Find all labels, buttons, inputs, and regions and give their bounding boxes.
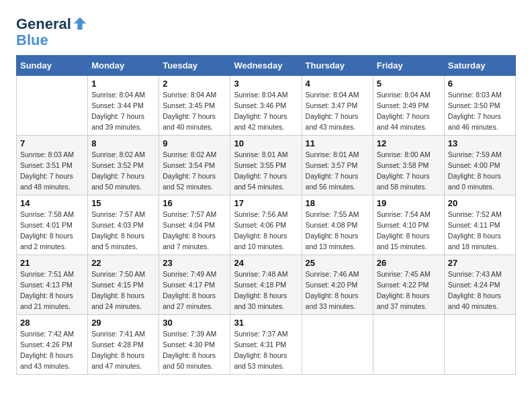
day-info: Sunrise: 7:57 AMSunset: 4:03 PMDaylight:… [91, 210, 155, 252]
day-number: 15 [91, 198, 155, 208]
day-number: 28 [20, 318, 84, 328]
day-number: 29 [91, 318, 155, 328]
day-info: Sunrise: 7:43 AMSunset: 4:24 PMDaylight:… [448, 269, 512, 312]
calendar-cell: 26Sunrise: 7:45 AMSunset: 4:22 PMDayligh… [373, 255, 444, 315]
day-info: Sunrise: 8:01 AMSunset: 3:55 PMDaylight:… [234, 150, 298, 192]
day-info: Sunrise: 8:03 AMSunset: 3:51 PMDaylight:… [20, 150, 84, 192]
day-info: Sunrise: 7:49 AMSunset: 4:17 PMDaylight:… [163, 269, 226, 312]
day-number: 21 [20, 258, 84, 268]
calendar-cell: 10Sunrise: 8:01 AMSunset: 3:55 PMDayligh… [230, 136, 302, 195]
calendar-cell: 2Sunrise: 8:04 AMSunset: 3:45 PMDaylight… [159, 76, 230, 136]
day-info: Sunrise: 7:59 AMSunset: 4:00 PMDaylight:… [448, 150, 512, 192]
calendar-cell: 7Sunrise: 8:03 AMSunset: 3:51 PMDaylight… [17, 136, 88, 195]
calendar-cell: 11Sunrise: 8:01 AMSunset: 3:57 PMDayligh… [302, 136, 373, 195]
logo-text-general: General [16, 16, 71, 32]
day-number: 26 [377, 258, 441, 268]
day-info: Sunrise: 7:54 AMSunset: 4:10 PMDaylight:… [377, 210, 441, 252]
day-number: 4 [306, 79, 369, 89]
calendar-cell: 23Sunrise: 7:49 AMSunset: 4:17 PMDayligh… [159, 255, 230, 315]
day-info: Sunrise: 7:57 AMSunset: 4:04 PMDaylight:… [163, 210, 226, 252]
day-number: 8 [91, 138, 155, 148]
day-number: 25 [306, 258, 369, 268]
calendar-table: SundayMondayTuesdayWednesdayThursdayFrid… [16, 55, 516, 375]
day-number: 22 [91, 258, 155, 268]
calendar-cell: 27Sunrise: 7:43 AMSunset: 4:24 PMDayligh… [444, 255, 515, 315]
calendar-cell [17, 76, 88, 136]
calendar-cell: 30Sunrise: 7:39 AMSunset: 4:30 PMDayligh… [159, 315, 230, 375]
calendar-cell: 8Sunrise: 8:02 AMSunset: 3:52 PMDaylight… [88, 136, 159, 195]
calendar-cell: 18Sunrise: 7:55 AMSunset: 4:08 PMDayligh… [302, 195, 373, 255]
calendar-cell: 13Sunrise: 7:59 AMSunset: 4:00 PMDayligh… [444, 136, 515, 195]
calendar-cell [373, 315, 444, 375]
calendar-cell: 21Sunrise: 7:51 AMSunset: 4:13 PMDayligh… [17, 255, 88, 315]
day-info: Sunrise: 8:04 AMSunset: 3:46 PMDaylight:… [234, 90, 298, 132]
day-number: 24 [234, 258, 298, 268]
day-info: Sunrise: 8:04 AMSunset: 3:44 PMDaylight:… [91, 90, 155, 132]
calendar-cell: 1Sunrise: 8:04 AMSunset: 3:44 PMDaylight… [88, 76, 159, 136]
calendar-week-2: 7Sunrise: 8:03 AMSunset: 3:51 PMDaylight… [17, 136, 516, 195]
logo-icon [73, 16, 87, 31]
calendar-week-1: 1Sunrise: 8:04 AMSunset: 3:44 PMDaylight… [17, 76, 516, 136]
page-container: General Blue SundayMondayTuesdayWednesda… [16, 13, 516, 375]
day-number: 10 [234, 138, 298, 148]
day-number: 27 [448, 258, 512, 268]
calendar-header-sunday: Sunday [17, 56, 88, 76]
calendar-week-5: 28Sunrise: 7:42 AMSunset: 4:26 PMDayligh… [17, 315, 516, 375]
calendar-header-friday: Friday [373, 56, 444, 76]
calendar-cell: 3Sunrise: 8:04 AMSunset: 3:46 PMDaylight… [230, 76, 302, 136]
calendar-cell: 14Sunrise: 7:58 AMSunset: 4:01 PMDayligh… [17, 195, 88, 255]
day-info: Sunrise: 7:42 AMSunset: 4:26 PMDaylight:… [20, 329, 84, 371]
calendar-cell: 17Sunrise: 7:56 AMSunset: 4:06 PMDayligh… [230, 195, 302, 255]
day-info: Sunrise: 8:02 AMSunset: 3:54 PMDaylight:… [163, 150, 226, 192]
day-number: 19 [377, 198, 441, 208]
calendar-cell: 24Sunrise: 7:48 AMSunset: 4:18 PMDayligh… [230, 255, 302, 315]
calendar-week-3: 14Sunrise: 7:58 AMSunset: 4:01 PMDayligh… [17, 195, 516, 255]
day-number: 6 [448, 79, 512, 89]
logo-text-blue: Blue [16, 32, 87, 48]
calendar-header-thursday: Thursday [302, 56, 373, 76]
day-number: 12 [377, 138, 441, 148]
calendar-cell: 12Sunrise: 8:00 AMSunset: 3:58 PMDayligh… [373, 136, 444, 195]
day-info: Sunrise: 7:41 AMSunset: 4:28 PMDaylight:… [91, 329, 155, 371]
day-number: 3 [234, 79, 298, 89]
calendar-header-monday: Monday [88, 56, 159, 76]
day-number: 20 [448, 198, 512, 208]
day-info: Sunrise: 8:00 AMSunset: 3:58 PMDaylight:… [377, 150, 441, 192]
day-number: 11 [306, 138, 369, 148]
day-info: Sunrise: 7:45 AMSunset: 4:22 PMDaylight:… [377, 269, 441, 312]
day-number: 2 [163, 79, 226, 89]
day-number: 14 [20, 198, 84, 208]
calendar-header-saturday: Saturday [444, 56, 515, 76]
day-info: Sunrise: 8:01 AMSunset: 3:57 PMDaylight:… [306, 150, 369, 192]
calendar-cell: 16Sunrise: 7:57 AMSunset: 4:04 PMDayligh… [159, 195, 230, 255]
calendar-cell: 25Sunrise: 7:46 AMSunset: 4:20 PMDayligh… [302, 255, 373, 315]
calendar-cell: 6Sunrise: 8:03 AMSunset: 3:50 PMDaylight… [444, 76, 515, 136]
day-info: Sunrise: 7:39 AMSunset: 4:30 PMDaylight:… [163, 329, 226, 371]
day-info: Sunrise: 7:58 AMSunset: 4:01 PMDaylight:… [20, 210, 84, 252]
calendar-cell: 29Sunrise: 7:41 AMSunset: 4:28 PMDayligh… [88, 315, 159, 375]
calendar-header-row: SundayMondayTuesdayWednesdayThursdayFrid… [17, 56, 516, 76]
calendar-week-4: 21Sunrise: 7:51 AMSunset: 4:13 PMDayligh… [17, 255, 516, 315]
day-info: Sunrise: 8:04 AMSunset: 3:49 PMDaylight:… [377, 90, 441, 132]
day-info: Sunrise: 7:50 AMSunset: 4:15 PMDaylight:… [91, 269, 155, 312]
day-info: Sunrise: 7:46 AMSunset: 4:20 PMDaylight:… [306, 269, 369, 312]
day-number: 31 [234, 318, 298, 328]
calendar-header-wednesday: Wednesday [230, 56, 302, 76]
day-number: 30 [163, 318, 226, 328]
day-number: 18 [306, 198, 369, 208]
day-number: 7 [20, 138, 84, 148]
day-number: 23 [163, 258, 226, 268]
day-number: 5 [377, 79, 441, 89]
calendar-cell: 28Sunrise: 7:42 AMSunset: 4:26 PMDayligh… [17, 315, 88, 375]
day-info: Sunrise: 7:48 AMSunset: 4:18 PMDaylight:… [234, 269, 298, 312]
day-number: 1 [91, 79, 155, 89]
calendar-cell: 22Sunrise: 7:50 AMSunset: 4:15 PMDayligh… [88, 255, 159, 315]
day-info: Sunrise: 8:02 AMSunset: 3:52 PMDaylight:… [91, 150, 155, 192]
calendar-cell: 31Sunrise: 7:37 AMSunset: 4:31 PMDayligh… [230, 315, 302, 375]
calendar-header-tuesday: Tuesday [159, 56, 230, 76]
calendar-cell: 19Sunrise: 7:54 AMSunset: 4:10 PMDayligh… [373, 195, 444, 255]
day-info: Sunrise: 8:03 AMSunset: 3:50 PMDaylight:… [448, 90, 512, 132]
calendar-cell [302, 315, 373, 375]
calendar-cell: 20Sunrise: 7:52 AMSunset: 4:11 PMDayligh… [444, 195, 515, 255]
day-number: 9 [163, 138, 226, 148]
